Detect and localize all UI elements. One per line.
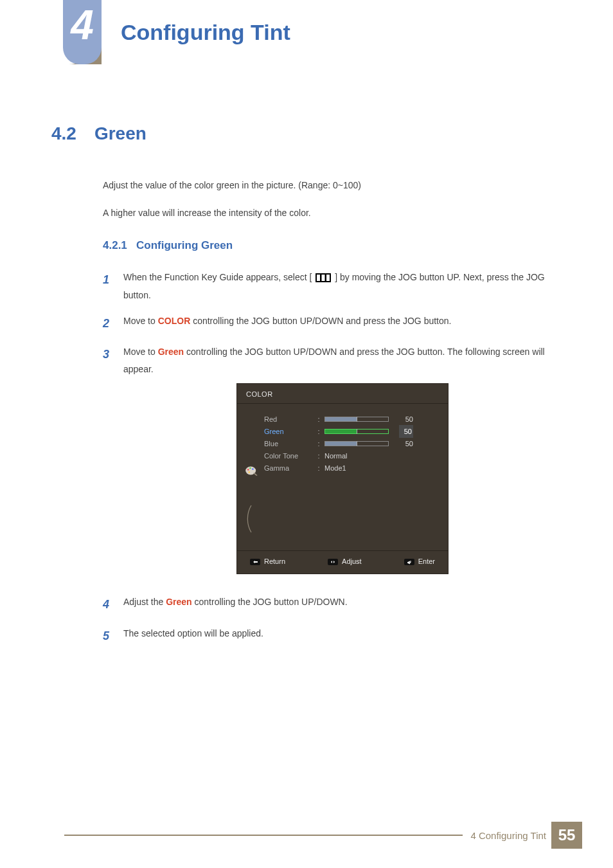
section-intro: Adjust the value of the color green in t…: [103, 179, 562, 220]
highlight-green: Green: [166, 597, 191, 607]
osd-title: COLOR: [237, 384, 448, 404]
palette-icon: [245, 466, 258, 476]
step-5: 5 The selected option will be applied.: [103, 625, 562, 647]
osd-row-red: Red : 50: [264, 413, 439, 425]
highlight-color: COLOR: [158, 316, 191, 326]
step-body: When the Function Key Guide appears, sel…: [123, 269, 562, 303]
slider-green: [324, 429, 389, 434]
osd-label: Green: [264, 425, 313, 439]
slider-red: [324, 417, 389, 422]
curve-decoration-icon: [244, 505, 258, 532]
osd-label: Red: [264, 413, 313, 426]
osd-row-blue: Blue : 50: [264, 437, 439, 449]
svg-point-6: [249, 467, 251, 469]
section-title: Green: [94, 123, 147, 144]
adjust-key-icon: [328, 559, 338, 565]
section-number: 4.2: [51, 123, 76, 144]
step-number: 1: [103, 269, 112, 303]
page-content: 4.2 Green Adjust the value of the color …: [0, 64, 613, 647]
step-3: 3 Move to Green controlling the JOG butt…: [103, 343, 562, 584]
section-heading: 4.2 Green: [51, 123, 562, 144]
subsection-number: 4.2.1: [103, 239, 127, 251]
osd-value: 50: [399, 413, 413, 426]
step-body: Move to Green controlling the JOG button…: [123, 343, 562, 584]
intro-line-2: A higher value will increase the intensi…: [103, 206, 562, 220]
subsection-title: Configuring Green: [136, 239, 233, 251]
step-body: Adjust the Green controlling the JOG but…: [123, 593, 562, 615]
osd-value: Mode1: [324, 462, 346, 475]
menu-icon: [310, 269, 338, 286]
highlight-green: Green: [158, 347, 184, 357]
osd-panel: COLOR: [236, 383, 449, 575]
svg-rect-2: [322, 275, 325, 281]
page-number: 55: [551, 822, 582, 849]
chapter-number: 4: [71, 1, 94, 49]
osd-value: 50: [399, 437, 413, 451]
osd-label: Gamma: [264, 462, 313, 475]
osd-footer: Return Adjust: [237, 550, 448, 574]
page-header: 4 Configuring Tint: [0, 0, 613, 64]
header-title-wrap: Configuring Tint: [102, 0, 613, 64]
subsection-heading: 4.2.1 Configuring Green: [103, 239, 562, 252]
enter-key-icon: [404, 559, 414, 565]
osd-label: Blue: [264, 437, 313, 451]
osd-row-green: Green : 50: [264, 425, 439, 437]
svg-rect-3: [326, 275, 330, 281]
step-body: Move to COLOR controlling the JOG button…: [123, 312, 562, 334]
chapter-title: Configuring Tint: [121, 20, 290, 45]
svg-point-7: [252, 469, 254, 471]
step-number: 5: [103, 625, 112, 647]
step-2: 2 Move to COLOR controlling the JOG butt…: [103, 312, 562, 334]
steps-list: 1 When the Function Key Guide appears, s…: [103, 269, 562, 647]
footer-chapter-label: 4 Configuring Tint: [470, 830, 546, 841]
svg-point-5: [247, 469, 249, 471]
step-number: 3: [103, 343, 112, 584]
return-key-icon: [250, 559, 260, 565]
step-1: 1 When the Function Key Guide appears, s…: [103, 269, 562, 303]
osd-row-gamma: Gamma : Mode1: [264, 462, 439, 474]
osd-value: 50: [399, 425, 413, 439]
svg-rect-10: [255, 561, 258, 563]
intro-line-1: Adjust the value of the color green in t…: [103, 179, 562, 192]
osd-row-colortone: Color Tone : Normal: [264, 449, 439, 462]
osd-return-label: Return: [264, 555, 285, 568]
osd-label: Color Tone: [264, 449, 313, 463]
footer-rule: [64, 835, 463, 849]
osd-enter-label: Enter: [418, 555, 435, 568]
svg-point-8: [249, 472, 251, 474]
chapter-number-tab: 4: [63, 0, 102, 64]
step-4: 4 Adjust the Green controlling the JOG b…: [103, 593, 562, 615]
osd-screenshot: COLOR: [123, 383, 562, 575]
svg-rect-11: [328, 559, 338, 565]
step-number: 4: [103, 593, 112, 615]
svg-rect-1: [317, 275, 320, 281]
step-body: The selected option will be applied.: [123, 625, 562, 647]
step-number: 2: [103, 312, 112, 334]
osd-adjust-label: Adjust: [342, 555, 362, 568]
slider-blue: [324, 441, 389, 446]
page-footer: 4 Configuring Tint 55: [0, 822, 613, 849]
osd-value: Normal: [324, 449, 347, 463]
